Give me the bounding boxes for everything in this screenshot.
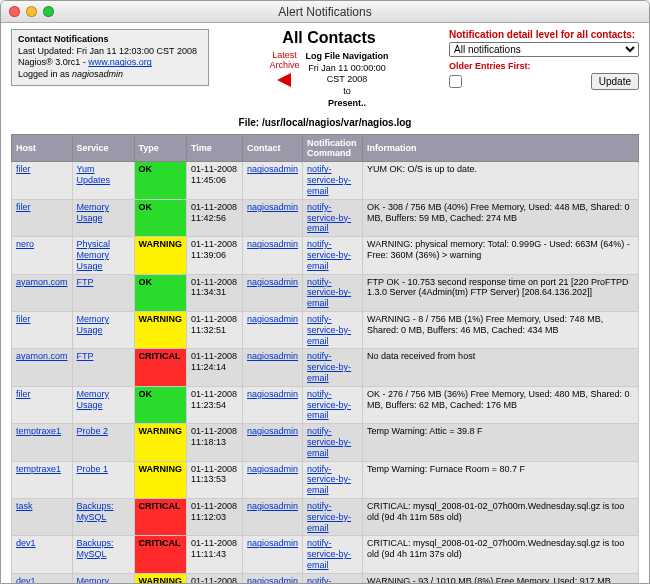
service-link[interactable]: Probe 1 xyxy=(77,464,109,474)
command-link[interactable]: notify-service-by-email xyxy=(307,389,351,421)
center-block: All Contacts Latest Archive Log File Nav… xyxy=(217,29,441,109)
contact-link[interactable]: nagiosadmin xyxy=(247,389,298,399)
service-link[interactable]: Memory Usage xyxy=(77,389,110,410)
host-link[interactable]: filer xyxy=(16,202,31,212)
status-cell: WARNING xyxy=(134,573,187,583)
service-link[interactable]: Probe 2 xyxy=(77,426,109,436)
header-row: Contact Notifications Last Updated: Fri … xyxy=(11,29,639,109)
command-link[interactable]: notify-service-by-email xyxy=(307,538,351,570)
status-cell: OK xyxy=(134,386,187,423)
service-link[interactable]: Backups: MySQL xyxy=(77,501,114,522)
col-time[interactable]: Time xyxy=(187,135,243,162)
table-header-row[interactable]: Host Service Type Time Contact Notificat… xyxy=(12,135,639,162)
time-cell: 01-11-2008 11:24:14 xyxy=(187,349,243,386)
command-link[interactable]: notify-service-by-email xyxy=(307,351,351,383)
file-path: /usr/local/nagios/var/nagios.log xyxy=(262,117,411,128)
contact-link[interactable]: nagiosadmin xyxy=(247,576,298,583)
nav-text: Log File Navigation Fri Jan 11 00:00:00 … xyxy=(306,51,389,109)
detail-level-select[interactable]: All notifications xyxy=(449,42,639,57)
host-link[interactable]: filer xyxy=(16,164,31,174)
contact-info-box: Contact Notifications Last Updated: Fri … xyxy=(11,29,209,86)
last-updated: Last Updated: Fri Jan 11 12:03:00 CST 20… xyxy=(18,46,197,56)
login-prefix: Logged in as xyxy=(18,69,72,79)
contact-link[interactable]: nagiosadmin xyxy=(247,464,298,474)
product-prefix: Nagios® 3.0rc1 - xyxy=(18,57,88,67)
table-row: filerYum UpdatesOK01-11-2008 11:45:06nag… xyxy=(12,162,639,199)
detail-level-label: Notification detail level for all contac… xyxy=(449,29,639,40)
info-cell: No data received from host xyxy=(363,349,639,386)
nagios-link[interactable]: www.nagios.org xyxy=(88,57,152,67)
service-link[interactable]: Memory Usage xyxy=(77,576,110,583)
command-link[interactable]: notify-service-by-email xyxy=(307,426,351,458)
service-link[interactable]: Memory Usage xyxy=(77,202,110,223)
log-nav: Latest Archive Log File Navigation Fri J… xyxy=(217,51,441,109)
status-cell: WARNING xyxy=(134,461,187,498)
host-link[interactable]: dev1 xyxy=(16,576,36,583)
contact-link[interactable]: nagiosadmin xyxy=(247,239,298,249)
host-link[interactable]: temptraxe1 xyxy=(16,464,61,474)
host-link[interactable]: task xyxy=(16,501,33,511)
archive-label: Archive xyxy=(269,61,299,71)
service-link[interactable]: Physical Memory Usage xyxy=(77,239,111,271)
command-link[interactable]: notify-service-by-email xyxy=(307,576,351,583)
host-link[interactable]: ayamon.com xyxy=(16,351,68,361)
host-link[interactable]: filer xyxy=(16,389,31,399)
nav-present: Present.. xyxy=(328,98,366,108)
table-row: filerMemory UsageOK01-11-2008 11:23:54na… xyxy=(12,386,639,423)
command-link[interactable]: notify-service-by-email xyxy=(307,314,351,346)
command-link[interactable]: notify-service-by-email xyxy=(307,277,351,309)
time-cell: 01-11-2008 11:18:13 xyxy=(187,424,243,461)
table-row: filerMemory UsageWARNING01-11-2008 11:32… xyxy=(12,312,639,349)
content: Contact Notifications Last Updated: Fri … xyxy=(1,23,649,583)
contact-link[interactable]: nagiosadmin xyxy=(247,501,298,511)
col-command[interactable]: Notification Command xyxy=(303,135,363,162)
table-row: ayamon.comFTPCRITICAL01-11-2008 11:24:14… xyxy=(12,349,639,386)
contact-link[interactable]: nagiosadmin xyxy=(247,538,298,548)
host-link[interactable]: dev1 xyxy=(16,538,36,548)
host-link[interactable]: filer xyxy=(16,314,31,324)
command-link[interactable]: notify-service-by-email xyxy=(307,464,351,496)
info-cell: WARNING - 93 / 1010 MB (8%) Free Memory,… xyxy=(363,573,639,583)
update-button[interactable]: Update xyxy=(591,73,639,90)
contact-link[interactable]: nagiosadmin xyxy=(247,314,298,324)
col-host[interactable]: Host xyxy=(12,135,73,162)
older-entries-label: Older Entries First: xyxy=(449,61,639,71)
time-cell: 01-11-2008 11:32:51 xyxy=(187,312,243,349)
contact-link[interactable]: nagiosadmin xyxy=(247,277,298,287)
options-panel: Notification detail level for all contac… xyxy=(449,29,639,90)
status-cell: WARNING xyxy=(134,424,187,461)
command-link[interactable]: notify-service-by-email xyxy=(307,501,351,533)
col-service[interactable]: Service xyxy=(72,135,134,162)
service-link[interactable]: FTP xyxy=(77,277,94,287)
command-link[interactable]: notify-service-by-email xyxy=(307,239,351,271)
host-link[interactable]: ayamon.com xyxy=(16,277,68,287)
service-link[interactable]: Yum Updates xyxy=(77,164,111,185)
time-cell: 01-11-2008 11:13:53 xyxy=(187,461,243,498)
arrow-left-icon xyxy=(277,73,291,87)
contact-link[interactable]: nagiosadmin xyxy=(247,351,298,361)
status-cell: CRITICAL xyxy=(134,498,187,535)
command-link[interactable]: notify-service-by-email xyxy=(307,202,351,234)
service-link[interactable]: Memory Usage xyxy=(77,314,110,335)
window-title: Alert Notifications xyxy=(1,5,649,19)
contact-link[interactable]: nagiosadmin xyxy=(247,426,298,436)
service-link[interactable]: Backups: MySQL xyxy=(77,538,114,559)
col-information[interactable]: Information xyxy=(363,135,639,162)
status-cell: CRITICAL xyxy=(134,349,187,386)
older-entries-checkbox[interactable] xyxy=(449,75,462,88)
col-contact[interactable]: Contact xyxy=(243,135,303,162)
archive-nav[interactable]: Latest Archive xyxy=(269,51,299,87)
nav-to: to xyxy=(343,86,351,96)
service-link[interactable]: FTP xyxy=(77,351,94,361)
app-window: Alert Notifications Contact Notification… xyxy=(0,0,650,584)
status-cell: OK xyxy=(134,274,187,311)
contact-link[interactable]: nagiosadmin xyxy=(247,202,298,212)
command-link[interactable]: notify-service-by-email xyxy=(307,164,351,196)
status-cell: WARNING xyxy=(134,312,187,349)
col-type[interactable]: Type xyxy=(134,135,187,162)
host-link[interactable]: temptraxe1 xyxy=(16,426,61,436)
info-cell: WARNING - 8 / 756 MB (1%) Free Memory, U… xyxy=(363,312,639,349)
table-row: temptraxe1Probe 1WARNING01-11-2008 11:13… xyxy=(12,461,639,498)
host-link[interactable]: nero xyxy=(16,239,34,249)
contact-link[interactable]: nagiosadmin xyxy=(247,164,298,174)
